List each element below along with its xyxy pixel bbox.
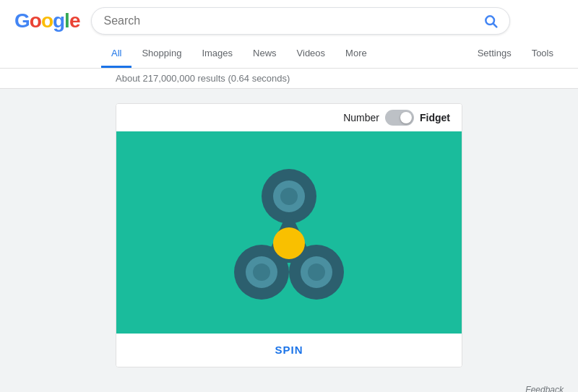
header: Google spinner All Shopping Images News … xyxy=(0,0,578,69)
feedback-label[interactable]: Feedback xyxy=(525,385,564,392)
top-row: Google spinner xyxy=(14,7,564,35)
fidget-label: Fidget xyxy=(420,112,450,123)
spin-button[interactable]: SPIN xyxy=(275,344,303,356)
results-count: About 217,000,000 results (0.64 seconds) xyxy=(116,73,290,84)
svg-point-9 xyxy=(253,263,270,281)
google-logo[interactable]: Google xyxy=(14,9,79,32)
spinner-card: Number Fidget xyxy=(116,103,462,367)
feedback-area: Feedback xyxy=(0,382,578,392)
search-icon xyxy=(483,14,498,28)
spinner-area[interactable] xyxy=(116,131,462,334)
spin-button-area: SPIN xyxy=(116,334,462,367)
mode-toggle[interactable] xyxy=(385,110,414,126)
svg-line-1 xyxy=(493,24,497,27)
nav-right: Settings Tools xyxy=(467,40,564,68)
svg-point-7 xyxy=(280,188,298,205)
toggle-knob xyxy=(400,112,412,123)
tab-more[interactable]: More xyxy=(335,40,377,68)
search-box[interactable]: spinner xyxy=(91,7,510,35)
tab-videos[interactable]: Videos xyxy=(287,40,336,68)
tab-shopping[interactable]: Shopping xyxy=(131,40,191,68)
svg-point-12 xyxy=(273,227,305,259)
tab-all[interactable]: All xyxy=(101,40,131,68)
fidget-spinner-graphic xyxy=(210,153,368,312)
svg-point-11 xyxy=(308,263,325,281)
search-button[interactable] xyxy=(483,14,498,28)
number-label: Number xyxy=(343,112,379,123)
search-input[interactable]: spinner xyxy=(103,14,483,27)
tab-tools[interactable]: Tools xyxy=(522,40,564,68)
tab-news[interactable]: News xyxy=(243,40,287,68)
main-content: Number Fidget xyxy=(0,89,578,382)
results-info: About 217,000,000 results (0.64 seconds) xyxy=(0,69,578,89)
nav-tabs: All Shopping Images News Videos More Set… xyxy=(14,40,564,68)
tab-images[interactable]: Images xyxy=(191,40,243,68)
card-header: Number Fidget xyxy=(116,104,462,131)
tab-settings[interactable]: Settings xyxy=(467,40,522,68)
